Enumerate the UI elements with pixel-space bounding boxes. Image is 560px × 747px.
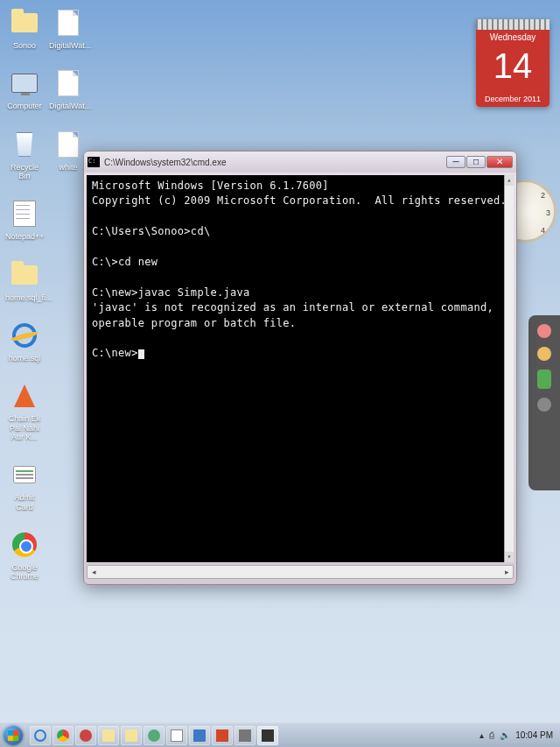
calendar-day-number: 14 <box>476 45 550 91</box>
desktop-icon-chain-ek-pal-nahi-aur-k-[interactable]: Chain Ek Pal Nahi Aur K... <box>5 380 44 441</box>
horizontal-scrollbar[interactable] <box>87 565 514 579</box>
desktop-icon-recycle-bin[interactable]: Recycle Bin <box>5 129 44 181</box>
desktop-icon-label: home.sql_fi... <box>5 293 44 302</box>
gadget-dot-red <box>537 324 551 338</box>
taskbar-item-green[interactable] <box>144 726 164 745</box>
taskbar-item-word[interactable] <box>189 726 210 745</box>
word-icon <box>193 729 206 742</box>
desktop-icon-label: Sonoo <box>5 41 44 50</box>
calendar-day-name: Wednesday <box>476 30 550 45</box>
cmd-output: Microsoft Windows [Version 6.1.7600] Cop… <box>92 179 508 362</box>
taskbar-item-ppt[interactable] <box>212 726 233 745</box>
window-title: C:\Windows\system32\cmd.exe <box>104 158 446 167</box>
clock-4: 4 <box>541 226 545 235</box>
desktop-icon-sonoo[interactable]: Sonoo <box>5 7 44 50</box>
tray-expand-icon[interactable]: ▴ <box>480 730 484 740</box>
start-button[interactable] <box>0 723 26 748</box>
close-button[interactable]: ✕ <box>486 156 513 168</box>
desktop-icon-home-sql-fi-[interactable]: home.sql_fi... <box>5 259 44 302</box>
taskbar: ▴ ⎙ 🔈 10:04 PM <box>0 722 560 747</box>
clock-2: 2 <box>541 191 545 200</box>
folder-icon <box>102 729 115 742</box>
titlebar[interactable]: C:\Windows\system32\cmd.exe ─ □ ✕ <box>84 152 516 173</box>
calendar-gadget[interactable]: Wednesday 14 December 2011 <box>476 19 550 107</box>
desktop-icons-col2: DigitalWat...DigitalWat...white <box>49 7 88 189</box>
desktop-icon-digitalwat-[interactable]: DigitalWat... <box>49 7 88 50</box>
taskbar-item-red[interactable] <box>75 726 96 745</box>
clock-3: 3 <box>546 208 550 217</box>
side-gadget[interactable] <box>528 315 560 490</box>
windows-orb-icon <box>3 725 24 746</box>
taskbar-item-notepad[interactable] <box>166 726 187 745</box>
ppt-icon <box>216 729 228 742</box>
cmd-body[interactable]: Microsoft Windows [Version 6.1.7600] Cop… <box>87 175 514 562</box>
calendar-binding <box>476 19 550 30</box>
minimize-button[interactable]: ─ <box>446 156 466 168</box>
desktop-icon-label: Admit Card <box>5 493 44 511</box>
ie-icon <box>34 729 46 742</box>
desktop-icon-label: DigitalWat... <box>49 102 88 110</box>
vertical-scrollbar[interactable] <box>504 175 514 562</box>
desktop-icon-label: Computer <box>5 102 44 110</box>
system-tray[interactable]: ▴ ⎙ 🔈 10:04 PM <box>472 730 560 740</box>
desktop-icon-label: Chain Ek Pal Nahi Aur K... <box>5 414 44 441</box>
folder2-icon <box>125 729 137 742</box>
gadget-indicator-green <box>537 370 551 389</box>
green-icon <box>148 729 160 742</box>
cmd-icon <box>262 729 274 742</box>
cmd-icon <box>88 157 100 167</box>
notepad-icon <box>171 729 183 742</box>
tray-network-icon[interactable]: ⎙ <box>489 730 494 740</box>
cursor-block <box>138 349 144 359</box>
desktop-icon-label: DigitalWat... <box>49 41 88 50</box>
desktop-icon-digitalwat-[interactable]: DigitalWat... <box>49 67 88 110</box>
cmd-window[interactable]: C:\Windows\system32\cmd.exe ─ □ ✕ Micros… <box>83 151 517 585</box>
taskbar-item-grey[interactable] <box>234 726 256 745</box>
maximize-button[interactable]: □ <box>466 156 486 168</box>
desktop-icon-label: home.sql <box>5 354 44 363</box>
desktop-icon-label: Google Chrome <box>5 563 44 581</box>
desktop-icon-home-sql[interactable]: home.sql <box>5 320 44 363</box>
tray-volume-icon[interactable]: 🔈 <box>500 730 510 740</box>
desktop-icon-label: Recycle Bin <box>5 163 44 181</box>
tray-clock[interactable]: 10:04 PM <box>515 730 553 740</box>
desktop-icon-white[interactable]: white <box>49 129 88 172</box>
grey-icon <box>239 729 251 742</box>
calendar-month-year: December 2011 <box>476 91 550 107</box>
red-icon <box>80 729 92 742</box>
taskbar-item-ie[interactable] <box>30 726 51 745</box>
gadget-dot-amber <box>537 347 551 361</box>
desktop-icon-google-chrome[interactable]: Google Chrome <box>5 529 44 581</box>
desktop-icon-admit-card[interactable]: Admit Card <box>5 459 44 511</box>
taskbar-item-folder2[interactable] <box>121 726 142 745</box>
gadget-refresh-icon <box>537 398 551 412</box>
desktop-icon-label: Notepad++ <box>5 232 44 241</box>
taskbar-item-folder[interactable] <box>98 726 119 745</box>
taskbar-item-chrome[interactable] <box>52 726 74 745</box>
desktop-icon-label: white <box>49 163 88 172</box>
chrome-icon <box>57 729 69 742</box>
desktop-icon-computer[interactable]: Computer <box>5 67 44 110</box>
taskbar-items <box>26 726 472 745</box>
desktop-icon-notepad-[interactable]: Notepad++ <box>5 198 44 241</box>
taskbar-item-cmd[interactable] <box>257 726 278 745</box>
